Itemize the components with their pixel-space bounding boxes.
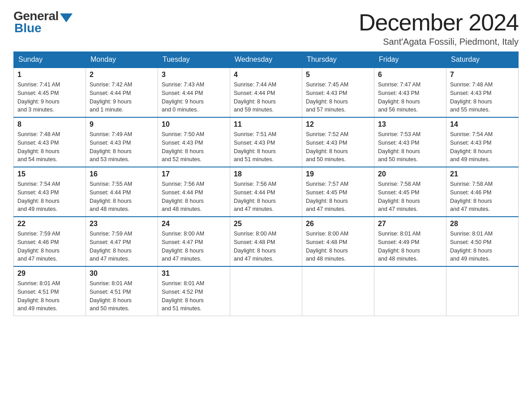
table-row: 12 Sunrise: 7:52 AMSunset: 4:43 PMDaylig… [302,117,374,167]
day-info: Sunrise: 7:41 AMSunset: 4:45 PMDaylight:… [17,81,82,114]
table-row: 30 Sunrise: 8:01 AMSunset: 4:51 PMDaylig… [86,266,158,316]
table-row: 24 Sunrise: 8:00 AMSunset: 4:47 PMDaylig… [158,217,230,266]
col-monday: Monday [86,52,158,68]
day-info: Sunrise: 8:01 AMSunset: 4:51 PMDaylight:… [17,279,82,313]
day-info: Sunrise: 7:44 AMSunset: 4:44 PMDaylight:… [234,81,298,114]
col-thursday: Thursday [302,52,374,68]
day-info: Sunrise: 8:01 AMSunset: 4:50 PMDaylight:… [450,230,515,263]
table-row: 20 Sunrise: 7:58 AMSunset: 4:45 PMDaylig… [374,167,446,217]
day-info: Sunrise: 7:57 AMSunset: 4:45 PMDaylight:… [306,180,370,214]
day-info: Sunrise: 7:49 AMSunset: 4:43 PMDaylight:… [90,130,154,164]
table-row: 14 Sunrise: 7:54 AMSunset: 4:43 PMDaylig… [446,117,519,167]
col-saturday: Saturday [446,52,519,68]
day-info: Sunrise: 7:53 AMSunset: 4:43 PMDaylight:… [378,130,442,164]
table-row: 29 Sunrise: 8:01 AMSunset: 4:51 PMDaylig… [14,266,86,316]
day-number: 13 [378,120,442,128]
day-number: 6 [378,71,442,79]
day-info: Sunrise: 7:42 AMSunset: 4:44 PMDaylight:… [90,81,154,114]
day-info: Sunrise: 7:54 AMSunset: 4:43 PMDaylight:… [450,130,515,164]
table-row: 13 Sunrise: 7:53 AMSunset: 4:43 PMDaylig… [374,117,446,167]
day-info: Sunrise: 7:58 AMSunset: 4:46 PMDaylight:… [450,180,515,214]
day-info: Sunrise: 8:01 AMSunset: 4:52 PMDaylight:… [162,279,226,313]
day-info: Sunrise: 7:54 AMSunset: 4:43 PMDaylight:… [17,180,82,214]
day-info: Sunrise: 8:01 AMSunset: 4:49 PMDaylight:… [378,230,442,263]
day-info: Sunrise: 7:48 AMSunset: 4:43 PMDaylight:… [450,81,515,114]
day-number: 9 [90,120,154,128]
day-number: 19 [306,170,370,178]
day-number: 20 [378,170,442,178]
day-number: 26 [306,220,370,228]
table-row: 8 Sunrise: 7:48 AMSunset: 4:43 PMDayligh… [14,117,86,167]
day-number: 11 [234,120,298,128]
table-row: 1 Sunrise: 7:41 AMSunset: 4:45 PMDayligh… [14,68,86,117]
table-row [374,266,446,316]
day-number: 16 [90,170,154,178]
table-row: 6 Sunrise: 7:47 AMSunset: 4:43 PMDayligh… [374,68,446,117]
calendar-week-row: 8 Sunrise: 7:48 AMSunset: 4:43 PMDayligh… [14,117,519,167]
day-info: Sunrise: 7:59 AMSunset: 4:47 PMDaylight:… [90,230,154,263]
table-row: 21 Sunrise: 7:58 AMSunset: 4:46 PMDaylig… [446,167,519,217]
table-row: 31 Sunrise: 8:01 AMSunset: 4:52 PMDaylig… [158,266,230,316]
day-number: 18 [234,170,298,178]
table-row: 17 Sunrise: 7:56 AMSunset: 4:44 PMDaylig… [158,167,230,217]
table-row: 28 Sunrise: 8:01 AMSunset: 4:50 PMDaylig… [446,217,519,266]
table-row: 19 Sunrise: 7:57 AMSunset: 4:45 PMDaylig… [302,167,374,217]
table-row: 2 Sunrise: 7:42 AMSunset: 4:44 PMDayligh… [86,68,158,117]
day-number: 5 [306,71,370,79]
day-number: 14 [450,120,515,128]
day-info: Sunrise: 8:00 AMSunset: 4:48 PMDaylight:… [306,230,370,263]
table-row: 25 Sunrise: 8:00 AMSunset: 4:48 PMDaylig… [230,217,302,266]
table-row: 4 Sunrise: 7:44 AMSunset: 4:44 PMDayligh… [230,68,302,117]
logo: General Blue [13,9,73,35]
day-number: 12 [306,120,370,128]
table-row: 5 Sunrise: 7:45 AMSunset: 4:43 PMDayligh… [302,68,374,117]
day-number: 2 [90,71,154,79]
table-row: 16 Sunrise: 7:55 AMSunset: 4:44 PMDaylig… [86,167,158,217]
day-info: Sunrise: 7:51 AMSunset: 4:43 PMDaylight:… [234,130,298,164]
day-number: 29 [17,270,82,278]
day-info: Sunrise: 7:59 AMSunset: 4:46 PMDaylight:… [17,230,82,263]
table-row [302,266,374,316]
day-info: Sunrise: 7:47 AMSunset: 4:43 PMDaylight:… [378,81,442,114]
day-info: Sunrise: 8:01 AMSunset: 4:51 PMDaylight:… [90,279,154,313]
day-info: Sunrise: 7:56 AMSunset: 4:44 PMDaylight:… [162,180,226,214]
day-number: 22 [17,220,82,228]
title-section: December 2024 Sant'Agata Fossili, Piedmo… [359,9,519,47]
table-row [446,266,519,316]
table-row [230,266,302,316]
table-row: 23 Sunrise: 7:59 AMSunset: 4:47 PMDaylig… [86,217,158,266]
table-row: 7 Sunrise: 7:48 AMSunset: 4:43 PMDayligh… [446,68,519,117]
day-info: Sunrise: 7:52 AMSunset: 4:43 PMDaylight:… [306,130,370,164]
day-info: Sunrise: 7:50 AMSunset: 4:43 PMDaylight:… [162,130,226,164]
day-number: 1 [17,71,82,79]
col-tuesday: Tuesday [158,52,230,68]
day-info: Sunrise: 7:56 AMSunset: 4:44 PMDaylight:… [234,180,298,214]
day-number: 25 [234,220,298,228]
col-sunday: Sunday [14,52,86,68]
day-number: 3 [162,71,226,79]
page-header: General Blue December 2024 Sant'Agata Fo… [13,9,519,47]
month-title: December 2024 [359,9,519,36]
calendar-week-row: 29 Sunrise: 8:01 AMSunset: 4:51 PMDaylig… [14,266,519,316]
calendar-table: Sunday Monday Tuesday Wednesday Thursday… [13,51,519,316]
day-number: 4 [234,71,298,79]
day-number: 24 [162,220,226,228]
col-friday: Friday [374,52,446,68]
day-info: Sunrise: 7:43 AMSunset: 4:44 PMDaylight:… [162,81,226,114]
table-row: 3 Sunrise: 7:43 AMSunset: 4:44 PMDayligh… [158,68,230,117]
day-info: Sunrise: 8:00 AMSunset: 4:48 PMDaylight:… [234,230,298,263]
calendar-week-row: 15 Sunrise: 7:54 AMSunset: 4:43 PMDaylig… [14,167,519,217]
logo-blue-text: Blue [14,21,42,35]
day-info: Sunrise: 7:55 AMSunset: 4:44 PMDaylight:… [90,180,154,214]
day-number: 17 [162,170,226,178]
table-row: 15 Sunrise: 7:54 AMSunset: 4:43 PMDaylig… [14,167,86,217]
col-wednesday: Wednesday [230,52,302,68]
day-number: 15 [17,170,82,178]
day-number: 7 [450,71,515,79]
day-number: 21 [450,170,515,178]
day-info: Sunrise: 7:45 AMSunset: 4:43 PMDaylight:… [306,81,370,114]
calendar-header-row: Sunday Monday Tuesday Wednesday Thursday… [14,52,519,68]
logo-triangle-icon [60,13,73,22]
table-row: 22 Sunrise: 7:59 AMSunset: 4:46 PMDaylig… [14,217,86,266]
day-number: 30 [90,270,154,278]
